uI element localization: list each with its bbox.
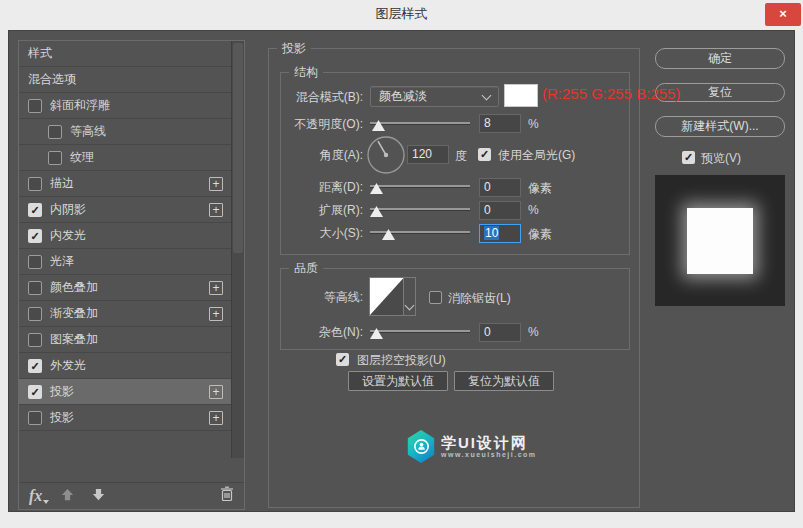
spread-slider[interactable] [370, 203, 470, 217]
sidebar-item-14[interactable]: 投影+ [19, 405, 231, 431]
chevron-down-icon [405, 301, 415, 311]
reset-default-button[interactable]: 复位为默认值 [454, 371, 554, 391]
style-item-label: 投影 [50, 383, 74, 400]
distance-unit: 像素 [528, 180, 552, 197]
noise-label: 杂色(N): [243, 325, 363, 339]
spread-input[interactable]: 0 [479, 201, 521, 220]
slider-track [370, 330, 470, 333]
ok-button[interactable]: 确定 [655, 48, 785, 69]
blend-mode-select[interactable]: 颜色减淡 [370, 86, 499, 107]
sidebar-item-0[interactable]: 样式 [19, 41, 231, 67]
style-checkbox[interactable]: ✓ [28, 203, 42, 217]
sidebar-item-10[interactable]: 渐变叠加+ [19, 301, 231, 327]
anti-alias-checkbox[interactable] [429, 291, 442, 304]
sidebar-item-2[interactable]: 斜面和浮雕 [19, 93, 231, 119]
global-light-checkbox[interactable]: ✓ [478, 148, 491, 161]
sidebar-item-1[interactable]: 混合选项 [19, 67, 231, 93]
opacity-unit: % [528, 117, 539, 131]
duplicate-effect-button[interactable]: + [209, 411, 223, 425]
styles-sidebar: 样式混合选项斜面和浮雕等高线纹理描边+✓内阴影+✓内发光光泽颜色叠加+渐变叠加+… [18, 40, 245, 510]
sidebar-item-11[interactable]: 图案叠加 [19, 327, 231, 353]
contour-picker[interactable] [369, 277, 416, 316]
opacity-input[interactable]: 8 [479, 114, 521, 133]
drop-shadow-group-title: 投影 [277, 41, 311, 56]
sidebar-item-4[interactable]: 纹理 [19, 145, 231, 171]
sidebar-item-13[interactable]: ✓投影+ [19, 379, 231, 405]
slider-track [370, 185, 470, 188]
angle-unit: 度 [455, 148, 467, 165]
delete-effect-icon[interactable] [220, 486, 234, 506]
watermark-logo-icon [406, 430, 436, 463]
size-label: 大小(S): [243, 226, 363, 240]
style-item-label: 渐变叠加 [50, 305, 98, 322]
new-style-button[interactable]: 新建样式(W)... [655, 116, 785, 137]
layer-knockout-label: 图层挖空投影(U) [357, 353, 446, 367]
size-slider[interactable] [370, 226, 470, 240]
style-checkbox[interactable] [28, 177, 42, 191]
style-checkbox[interactable] [48, 151, 62, 165]
style-item-label: 颜色叠加 [50, 279, 98, 296]
style-checkbox[interactable] [28, 411, 42, 425]
noise-slider[interactable] [370, 325, 470, 339]
distance-input[interactable]: 0 [479, 178, 521, 197]
duplicate-effect-button[interactable]: + [209, 177, 223, 191]
style-checkbox[interactable] [28, 281, 42, 295]
contour-thumbnail-icon [370, 278, 403, 315]
style-checkbox[interactable] [28, 333, 42, 347]
titlebar: 图层样式 × [0, 0, 803, 30]
size-unit: 像素 [528, 226, 552, 243]
chevron-down-icon [482, 90, 492, 100]
duplicate-effect-button[interactable]: + [209, 281, 223, 295]
style-item-label: 投影 [50, 409, 74, 426]
fx-menu-button[interactable]: fx [29, 487, 42, 505]
watermark-title: 学UI设计网 [441, 435, 537, 451]
sidebar-item-7[interactable]: ✓内发光 [19, 223, 231, 249]
style-checkbox[interactable] [28, 255, 42, 269]
distance-label: 距离(D): [243, 180, 363, 194]
style-item-label: 光泽 [50, 253, 74, 270]
angle-input[interactable]: 120 [407, 145, 449, 164]
sidebar-item-6[interactable]: ✓内阴影+ [19, 197, 231, 223]
blend-mode-label: 混合模式(B): [243, 90, 363, 104]
style-checkbox[interactable] [28, 99, 42, 113]
preview-checkbox[interactable]: ✓ [682, 151, 695, 164]
style-checkbox[interactable]: ✓ [28, 229, 42, 243]
style-checkbox[interactable] [48, 125, 62, 139]
noise-input[interactable]: 0 [479, 323, 521, 342]
move-down-icon[interactable] [91, 487, 106, 506]
noise-unit: % [528, 325, 539, 339]
close-icon[interactable]: × [765, 3, 801, 26]
spread-label: 扩展(R): [243, 203, 363, 217]
style-checkbox[interactable]: ✓ [28, 385, 42, 399]
preview-shape [687, 208, 753, 274]
sidebar-item-3[interactable]: 等高线 [19, 119, 231, 145]
style-item-label: 样式 [28, 45, 52, 62]
size-input[interactable]: 10 [479, 224, 521, 243]
contour-dropdown-button[interactable] [403, 278, 415, 315]
style-checkbox[interactable] [28, 307, 42, 321]
layer-style-dialog: 图层样式 × 样式混合选项斜面和浮雕等高线纹理描边+✓内阴影+✓内发光光泽颜色叠… [0, 0, 803, 528]
shadow-color-swatch[interactable] [504, 84, 538, 107]
style-checkbox[interactable]: ✓ [28, 359, 42, 373]
duplicate-effect-button[interactable]: + [209, 385, 223, 399]
scrollbar-thumb[interactable] [233, 43, 243, 253]
structure-group-title: 结构 [289, 65, 323, 80]
sidebar-item-12[interactable]: ✓外发光 [19, 353, 231, 379]
duplicate-effect-button[interactable]: + [209, 307, 223, 321]
duplicate-effect-button[interactable]: + [209, 203, 223, 217]
sidebar-item-8[interactable]: 光泽 [19, 249, 231, 275]
angle-label: 角度(A): [243, 148, 363, 162]
set-default-button[interactable]: 设置为默认值 [348, 371, 448, 391]
slider-track [370, 208, 470, 211]
layer-knockout-checkbox[interactable]: ✓ [336, 353, 349, 366]
sidebar-item-9[interactable]: 颜色叠加+ [19, 275, 231, 301]
dialog-title: 图层样式 [0, 0, 803, 28]
style-list: 样式混合选项斜面和浮雕等高线纹理描边+✓内阴影+✓内发光光泽颜色叠加+渐变叠加+… [19, 41, 231, 458]
move-up-icon[interactable] [60, 487, 75, 506]
opacity-slider[interactable] [370, 117, 470, 131]
watermark: 学UI设计网 www.xueuisheji.com [406, 430, 537, 463]
distance-slider[interactable] [370, 180, 470, 194]
quality-group-title: 品质 [289, 261, 323, 276]
sidebar-item-5[interactable]: 描边+ [19, 171, 231, 197]
angle-dial[interactable] [366, 135, 406, 179]
